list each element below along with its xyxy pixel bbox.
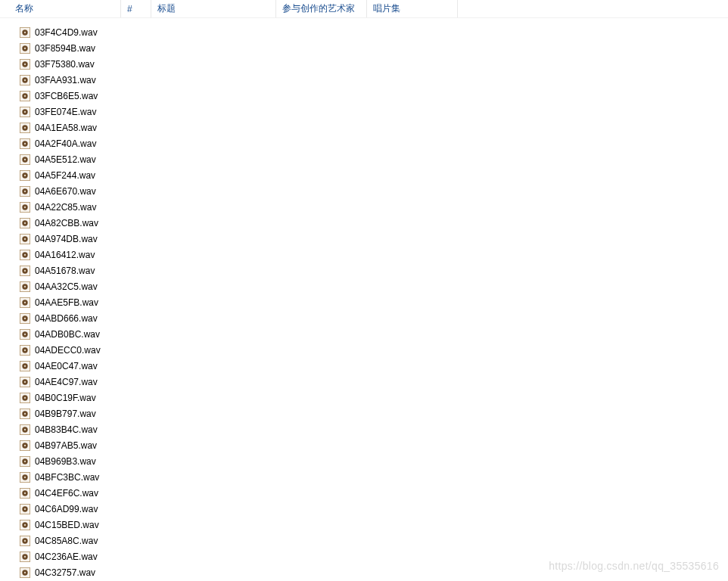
file-name: 03FCB6E5.wav xyxy=(35,91,98,101)
audio-file-icon xyxy=(20,472,30,483)
svg-point-32 xyxy=(24,190,26,191)
file-row[interactable]: 04ABD666.wav xyxy=(20,310,728,326)
file-row[interactable]: 04B9B797.wav xyxy=(20,405,728,421)
file-row[interactable]: 04B83B4C.wav xyxy=(20,421,728,437)
audio-file-icon xyxy=(20,361,30,371)
file-row[interactable]: 04B0C19F.wav xyxy=(20,390,728,405)
audio-file-icon xyxy=(20,75,30,85)
svg-point-5 xyxy=(24,47,26,48)
svg-point-71 xyxy=(24,396,26,398)
svg-point-56 xyxy=(24,317,26,318)
svg-point-89 xyxy=(24,492,26,493)
svg-point-80 xyxy=(24,444,26,446)
audio-file-icon xyxy=(20,154,30,165)
svg-point-104 xyxy=(24,571,26,573)
column-header-title[interactable]: 标题 xyxy=(151,0,276,17)
file-name: 04A5F244.wav xyxy=(35,170,95,181)
file-name: 04A22C85.wav xyxy=(35,202,96,213)
file-row[interactable]: 04A82CBB.wav xyxy=(20,215,728,231)
file-row[interactable]: 03FE074E.wav xyxy=(20,104,728,120)
audio-file-icon xyxy=(20,313,30,324)
file-row[interactable]: 04AE0C47.wav xyxy=(20,358,728,374)
file-row[interactable]: 04B97AB5.wav xyxy=(20,437,728,453)
column-header-album[interactable]: 唱片集 xyxy=(367,0,458,17)
file-row[interactable]: 04C6AD99.wav xyxy=(20,501,728,517)
file-name: 04C236AE.wav xyxy=(35,551,98,562)
audio-file-icon xyxy=(20,91,30,101)
svg-point-26 xyxy=(24,158,26,160)
audio-file-icon xyxy=(20,138,30,149)
file-name: 04AA32C5.wav xyxy=(35,281,98,292)
column-header-number[interactable]: # xyxy=(121,0,151,17)
audio-file-icon xyxy=(20,488,30,499)
column-header-name[interactable]: 名称 xyxy=(9,0,121,17)
svg-point-14 xyxy=(24,95,26,96)
file-row[interactable]: 04AE4C97.wav xyxy=(20,374,728,390)
audio-file-icon xyxy=(20,567,30,578)
audio-file-icon xyxy=(20,377,30,387)
svg-point-62 xyxy=(24,349,26,350)
file-row[interactable]: 04A16412.wav xyxy=(20,247,728,263)
file-row[interactable]: 04C85A8C.wav xyxy=(20,533,728,548)
audio-file-icon xyxy=(20,409,30,419)
file-row[interactable]: 04AAE5FB.wav xyxy=(20,294,728,310)
file-name: 04A82CBB.wav xyxy=(35,218,98,228)
audio-file-icon xyxy=(20,43,30,54)
file-row[interactable]: 04C4EF6C.wav xyxy=(20,485,728,501)
file-name: 04B969B3.wav xyxy=(35,456,96,467)
svg-point-47 xyxy=(24,269,26,271)
svg-point-86 xyxy=(24,476,26,477)
audio-file-icon xyxy=(20,202,30,213)
file-row[interactable]: 04A2F40A.wav xyxy=(20,135,728,151)
file-row[interactable]: 03FAA931.wav xyxy=(20,72,728,88)
svg-point-23 xyxy=(24,142,26,144)
file-row[interactable]: 04ADECC0.wav xyxy=(20,342,728,358)
file-row[interactable]: 03FCB6E5.wav xyxy=(20,88,728,104)
audio-file-icon xyxy=(20,424,30,435)
file-row[interactable]: 04C15BED.wav xyxy=(20,517,728,533)
file-name: 04B83B4C.wav xyxy=(35,424,98,435)
svg-point-92 xyxy=(24,508,26,509)
file-name: 03FE074E.wav xyxy=(35,107,96,117)
audio-file-icon xyxy=(20,107,30,117)
file-name: 04ADECC0.wav xyxy=(35,345,101,356)
file-row[interactable]: 04AA32C5.wav xyxy=(20,278,728,294)
file-name: 04A5E512.wav xyxy=(35,154,96,165)
svg-point-53 xyxy=(24,301,26,303)
file-row[interactable]: 04A1EA58.wav xyxy=(20,120,728,135)
file-row[interactable]: 04A51678.wav xyxy=(20,263,728,278)
audio-file-icon xyxy=(20,59,30,70)
column-header-artist[interactable]: 参与创作的艺术家 xyxy=(276,0,367,17)
svg-point-98 xyxy=(24,539,26,541)
file-row[interactable]: 03F4C4D9.wav xyxy=(20,24,728,40)
file-row[interactable]: 04A22C85.wav xyxy=(20,199,728,215)
file-row[interactable]: 04ADB0BC.wav xyxy=(20,326,728,342)
file-name: 03F4C4D9.wav xyxy=(35,27,98,38)
file-row[interactable]: 04B969B3.wav xyxy=(20,453,728,469)
svg-point-59 xyxy=(24,333,26,334)
audio-file-icon xyxy=(20,218,30,228)
file-name: 04B0C19F.wav xyxy=(35,393,96,403)
svg-point-101 xyxy=(24,555,26,557)
file-row[interactable]: 03F75380.wav xyxy=(20,56,728,72)
svg-point-41 xyxy=(24,238,26,239)
file-name: 04B97AB5.wav xyxy=(35,440,97,451)
file-name: 04C15BED.wav xyxy=(35,520,99,530)
file-row[interactable]: 04A5F244.wav xyxy=(20,167,728,183)
svg-point-35 xyxy=(24,206,26,207)
audio-file-icon xyxy=(20,440,30,451)
file-row[interactable]: 04A6E670.wav xyxy=(20,183,728,199)
file-row[interactable]: 03F8594B.wav xyxy=(20,40,728,56)
file-row[interactable]: 04A5E512.wav xyxy=(20,151,728,167)
file-row[interactable]: 04A974DB.wav xyxy=(20,231,728,247)
audio-file-icon xyxy=(20,123,30,133)
audio-file-icon xyxy=(20,297,30,308)
file-name: 04BFC3BC.wav xyxy=(35,472,99,483)
file-row[interactable]: 04BFC3BC.wav xyxy=(20,469,728,485)
file-row[interactable]: 04C32757.wav xyxy=(20,564,728,580)
svg-point-17 xyxy=(24,110,26,112)
file-row[interactable]: 04C236AE.wav xyxy=(20,548,728,564)
svg-point-2 xyxy=(24,31,26,33)
audio-file-icon xyxy=(20,250,30,260)
svg-point-8 xyxy=(24,63,26,64)
